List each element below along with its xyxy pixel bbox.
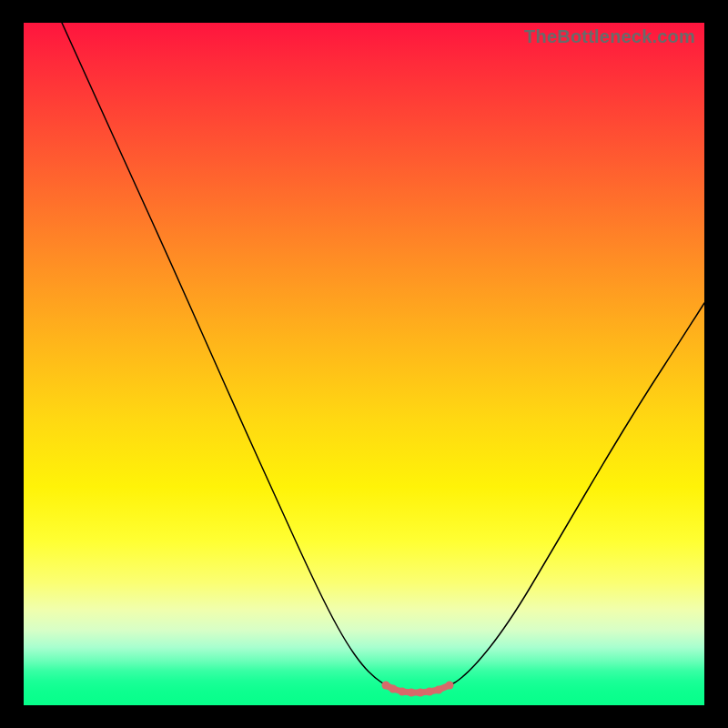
bottom-marker-cluster: [382, 682, 454, 697]
marker-dot: [435, 686, 443, 694]
marker-dot: [408, 689, 416, 697]
marker-dot: [417, 689, 425, 697]
curve-left-arm: [62, 23, 386, 685]
chart-svg: [24, 23, 704, 705]
curve-right-arm: [450, 303, 704, 685]
marker-dot: [399, 688, 407, 696]
marker-dot: [426, 688, 434, 696]
marker-dot: [446, 682, 454, 690]
marker-dot: [382, 682, 390, 690]
marker-dot: [389, 685, 398, 693]
chart-plot-area: TheBottleneck.com: [24, 23, 704, 705]
